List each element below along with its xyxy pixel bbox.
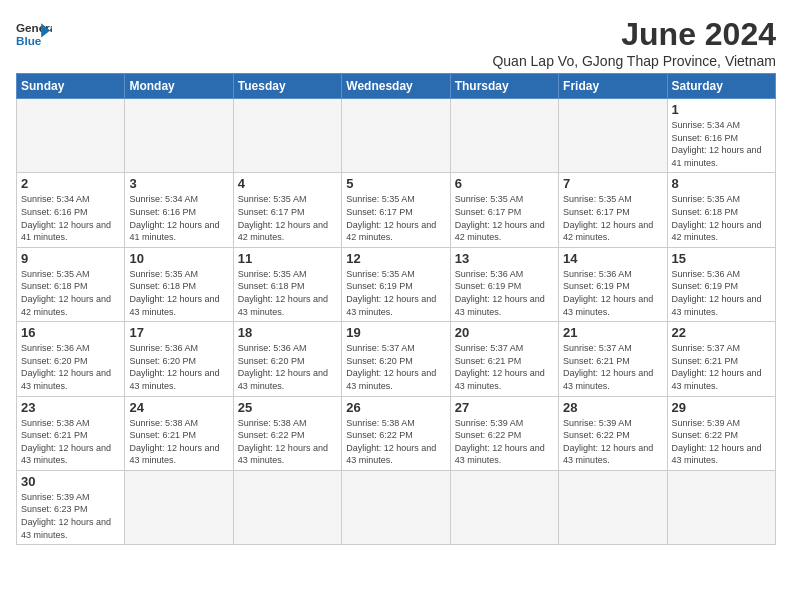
calendar-cell <box>233 470 341 544</box>
calendar-cell: 9Sunrise: 5:35 AM Sunset: 6:18 PM Daylig… <box>17 247 125 321</box>
day-number: 30 <box>21 474 120 489</box>
day-info: Sunrise: 5:34 AM Sunset: 6:16 PM Dayligh… <box>129 193 228 243</box>
week-row-2: 2Sunrise: 5:34 AM Sunset: 6:16 PM Daylig… <box>17 173 776 247</box>
day-number: 3 <box>129 176 228 191</box>
day-info: Sunrise: 5:37 AM Sunset: 6:21 PM Dayligh… <box>455 342 554 392</box>
calendar-cell: 1Sunrise: 5:34 AM Sunset: 6:16 PM Daylig… <box>667 99 775 173</box>
day-number: 18 <box>238 325 337 340</box>
calendar-cell: 21Sunrise: 5:37 AM Sunset: 6:21 PM Dayli… <box>559 322 667 396</box>
calendar-cell: 5Sunrise: 5:35 AM Sunset: 6:17 PM Daylig… <box>342 173 450 247</box>
day-number: 5 <box>346 176 445 191</box>
day-number: 27 <box>455 400 554 415</box>
day-number: 8 <box>672 176 771 191</box>
calendar-header: General Blue June 2024 Quan Lap Vo, GJon… <box>16 16 776 69</box>
week-row-6: 30Sunrise: 5:39 AM Sunset: 6:23 PM Dayli… <box>17 470 776 544</box>
calendar-cell: 25Sunrise: 5:38 AM Sunset: 6:22 PM Dayli… <box>233 396 341 470</box>
weekday-header-wednesday: Wednesday <box>342 74 450 99</box>
day-number: 20 <box>455 325 554 340</box>
day-info: Sunrise: 5:39 AM Sunset: 6:22 PM Dayligh… <box>672 417 771 467</box>
day-info: Sunrise: 5:36 AM Sunset: 6:19 PM Dayligh… <box>672 268 771 318</box>
day-number: 1 <box>672 102 771 117</box>
logo-icon: General Blue <box>16 16 52 52</box>
day-info: Sunrise: 5:37 AM Sunset: 6:21 PM Dayligh… <box>672 342 771 392</box>
day-number: 11 <box>238 251 337 266</box>
logo: General Blue <box>16 16 52 52</box>
day-info: Sunrise: 5:35 AM Sunset: 6:19 PM Dayligh… <box>346 268 445 318</box>
calendar-cell: 23Sunrise: 5:38 AM Sunset: 6:21 PM Dayli… <box>17 396 125 470</box>
day-info: Sunrise: 5:35 AM Sunset: 6:17 PM Dayligh… <box>346 193 445 243</box>
day-number: 15 <box>672 251 771 266</box>
calendar-cell <box>342 99 450 173</box>
calendar-title: June 2024 <box>492 16 776 53</box>
day-number: 21 <box>563 325 662 340</box>
calendar-table: SundayMondayTuesdayWednesdayThursdayFrid… <box>16 73 776 545</box>
day-number: 2 <box>21 176 120 191</box>
calendar-cell: 16Sunrise: 5:36 AM Sunset: 6:20 PM Dayli… <box>17 322 125 396</box>
calendar-cell: 24Sunrise: 5:38 AM Sunset: 6:21 PM Dayli… <box>125 396 233 470</box>
weekday-header-row: SundayMondayTuesdayWednesdayThursdayFrid… <box>17 74 776 99</box>
weekday-header-saturday: Saturday <box>667 74 775 99</box>
day-number: 14 <box>563 251 662 266</box>
day-info: Sunrise: 5:35 AM Sunset: 6:18 PM Dayligh… <box>238 268 337 318</box>
calendar-cell <box>559 99 667 173</box>
calendar-cell <box>667 470 775 544</box>
day-number: 6 <box>455 176 554 191</box>
calendar-cell: 26Sunrise: 5:38 AM Sunset: 6:22 PM Dayli… <box>342 396 450 470</box>
day-info: Sunrise: 5:34 AM Sunset: 6:16 PM Dayligh… <box>672 119 771 169</box>
day-info: Sunrise: 5:36 AM Sunset: 6:20 PM Dayligh… <box>21 342 120 392</box>
day-number: 9 <box>21 251 120 266</box>
day-info: Sunrise: 5:35 AM Sunset: 6:17 PM Dayligh… <box>563 193 662 243</box>
calendar-cell <box>17 99 125 173</box>
day-info: Sunrise: 5:35 AM Sunset: 6:18 PM Dayligh… <box>129 268 228 318</box>
calendar-cell: 2Sunrise: 5:34 AM Sunset: 6:16 PM Daylig… <box>17 173 125 247</box>
calendar-cell: 4Sunrise: 5:35 AM Sunset: 6:17 PM Daylig… <box>233 173 341 247</box>
day-number: 7 <box>563 176 662 191</box>
calendar-cell: 10Sunrise: 5:35 AM Sunset: 6:18 PM Dayli… <box>125 247 233 321</box>
week-row-3: 9Sunrise: 5:35 AM Sunset: 6:18 PM Daylig… <box>17 247 776 321</box>
day-info: Sunrise: 5:39 AM Sunset: 6:23 PM Dayligh… <box>21 491 120 541</box>
day-info: Sunrise: 5:34 AM Sunset: 6:16 PM Dayligh… <box>21 193 120 243</box>
day-number: 22 <box>672 325 771 340</box>
day-number: 28 <box>563 400 662 415</box>
weekday-header-thursday: Thursday <box>450 74 558 99</box>
weekday-header-tuesday: Tuesday <box>233 74 341 99</box>
day-info: Sunrise: 5:38 AM Sunset: 6:22 PM Dayligh… <box>346 417 445 467</box>
day-info: Sunrise: 5:37 AM Sunset: 6:21 PM Dayligh… <box>563 342 662 392</box>
calendar-cell: 3Sunrise: 5:34 AM Sunset: 6:16 PM Daylig… <box>125 173 233 247</box>
day-info: Sunrise: 5:38 AM Sunset: 6:21 PM Dayligh… <box>129 417 228 467</box>
calendar-cell <box>450 99 558 173</box>
day-number: 23 <box>21 400 120 415</box>
weekday-header-friday: Friday <box>559 74 667 99</box>
day-info: Sunrise: 5:35 AM Sunset: 6:18 PM Dayligh… <box>21 268 120 318</box>
day-info: Sunrise: 5:39 AM Sunset: 6:22 PM Dayligh… <box>563 417 662 467</box>
day-info: Sunrise: 5:35 AM Sunset: 6:17 PM Dayligh… <box>238 193 337 243</box>
calendar-cell: 18Sunrise: 5:36 AM Sunset: 6:20 PM Dayli… <box>233 322 341 396</box>
weekday-header-sunday: Sunday <box>17 74 125 99</box>
day-number: 17 <box>129 325 228 340</box>
calendar-cell: 17Sunrise: 5:36 AM Sunset: 6:20 PM Dayli… <box>125 322 233 396</box>
calendar-cell: 27Sunrise: 5:39 AM Sunset: 6:22 PM Dayli… <box>450 396 558 470</box>
calendar-cell: 29Sunrise: 5:39 AM Sunset: 6:22 PM Dayli… <box>667 396 775 470</box>
calendar-cell <box>559 470 667 544</box>
day-info: Sunrise: 5:36 AM Sunset: 6:20 PM Dayligh… <box>129 342 228 392</box>
day-info: Sunrise: 5:35 AM Sunset: 6:17 PM Dayligh… <box>455 193 554 243</box>
calendar-cell: 22Sunrise: 5:37 AM Sunset: 6:21 PM Dayli… <box>667 322 775 396</box>
day-number: 19 <box>346 325 445 340</box>
svg-text:Blue: Blue <box>16 34 42 47</box>
calendar-cell: 28Sunrise: 5:39 AM Sunset: 6:22 PM Dayli… <box>559 396 667 470</box>
calendar-cell <box>125 470 233 544</box>
day-info: Sunrise: 5:36 AM Sunset: 6:19 PM Dayligh… <box>563 268 662 318</box>
calendar-cell <box>125 99 233 173</box>
day-number: 24 <box>129 400 228 415</box>
calendar-cell: 13Sunrise: 5:36 AM Sunset: 6:19 PM Dayli… <box>450 247 558 321</box>
calendar-cell: 7Sunrise: 5:35 AM Sunset: 6:17 PM Daylig… <box>559 173 667 247</box>
calendar-cell: 11Sunrise: 5:35 AM Sunset: 6:18 PM Dayli… <box>233 247 341 321</box>
day-number: 13 <box>455 251 554 266</box>
weekday-header-monday: Monday <box>125 74 233 99</box>
calendar-cell <box>342 470 450 544</box>
calendar-cell: 30Sunrise: 5:39 AM Sunset: 6:23 PM Dayli… <box>17 470 125 544</box>
day-number: 4 <box>238 176 337 191</box>
calendar-cell: 19Sunrise: 5:37 AM Sunset: 6:20 PM Dayli… <box>342 322 450 396</box>
week-row-5: 23Sunrise: 5:38 AM Sunset: 6:21 PM Dayli… <box>17 396 776 470</box>
title-block: June 2024 Quan Lap Vo, GJong Thap Provin… <box>492 16 776 69</box>
